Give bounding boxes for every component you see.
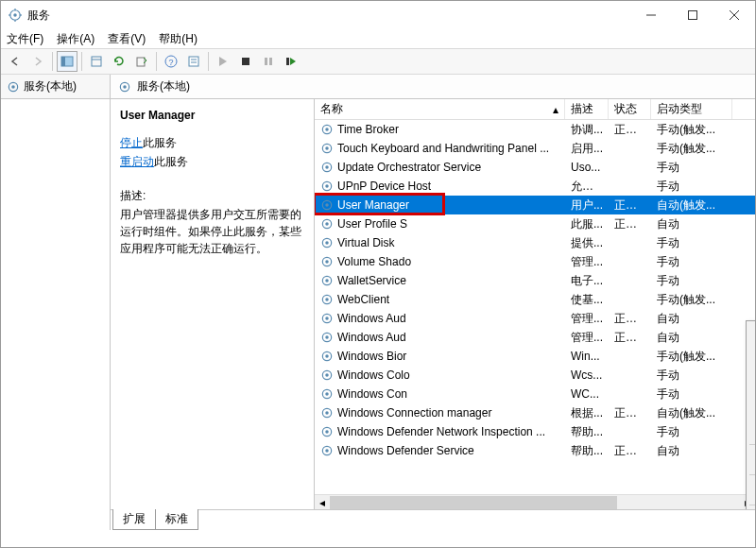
help-button[interactable]: ? [161,51,181,72]
maximize-button[interactable] [672,1,713,29]
service-startup: 手动(触发... [651,349,732,365]
svg-point-29 [325,128,329,131]
scroll-thumb[interactable] [330,496,617,509]
export-list-button[interactable] [86,51,107,72]
svg-point-47 [325,298,329,301]
service-row[interactable]: Windows ColoWcs...手动 [315,366,755,385]
service-row[interactable]: Windows Defender Network Inspection ...帮… [315,422,755,441]
service-name: User Manager [337,198,409,212]
horizontal-scrollbar[interactable]: ◂ ▸ [315,494,755,509]
service-status: 正在... [609,197,651,214]
gear-icon [320,444,334,457]
restart-link[interactable]: 重启动 [120,155,154,168]
start-button[interactable] [213,51,233,72]
gear-icon [320,293,334,306]
service-startup: 自动 [651,311,732,327]
service-row[interactable]: Windows Aud管理...正在...自动 [315,328,755,347]
svg-point-49 [325,317,329,320]
service-desc: 提供... [565,235,609,251]
forward-button[interactable] [27,51,48,72]
service-row[interactable]: Windows BiorWin...手动(触发... [315,347,755,366]
app-gear-icon [9,9,22,22]
service-row[interactable]: Volume Shado管理...手动 [315,252,755,271]
service-name: Windows Aud [337,331,406,344]
list-pane: 名称▴ 描述 状态 启动类型 Time Broker协调...正在...手动(触… [315,99,755,509]
menu-help[interactable]: 帮助(H) [159,31,198,47]
svg-point-31 [325,146,329,150]
menu-view[interactable]: 查看(V) [108,31,146,47]
service-row[interactable]: Windows ConWC...手动 [315,385,755,403]
service-desc: 允许 ... [565,179,609,195]
service-name: Volume Shado [337,255,411,268]
service-name: User Profile S [337,217,407,231]
gear-icon [320,180,334,193]
col-desc[interactable]: 描述 [565,99,609,119]
sort-caret-icon: ▴ [553,103,558,116]
close-button[interactable] [713,1,755,29]
export-button[interactable] [131,51,152,72]
svg-rect-12 [92,57,101,66]
ctx-restart[interactable]: 重新启动(E) [748,418,755,441]
restart-button[interactable] [281,51,301,72]
gear-icon [320,255,334,268]
service-row[interactable]: UPnP Device Host允许 ...手动 [315,177,755,196]
svg-rect-11 [61,57,65,66]
service-name: Touch Keyboard and Handwriting Panel ... [337,142,549,155]
service-name: Update Orchestrator Service [337,161,481,174]
ctx-all-tasks[interactable]: 所有任务(K)▶ [748,448,755,471]
gear-icon [7,80,20,94]
svg-point-39 [325,222,329,226]
service-desc: 启用... [565,141,609,157]
back-button[interactable] [5,51,26,72]
stop-link[interactable]: 停止 [120,136,143,149]
minimize-button[interactable] [630,1,672,29]
service-row[interactable]: Virtual Disk提供...手动 [315,233,755,252]
service-row[interactable]: Windows Connection manager根据...正在...自动(触… [315,403,755,422]
service-row[interactable]: User Manager用户...正在...自动(触发... [315,196,755,214]
service-row[interactable]: Update Orchestrator ServiceUso...手动 [315,158,755,177]
service-startup: 手动 [651,386,732,402]
pause-button[interactable] [258,51,279,72]
menu-file[interactable]: 文件(F) [7,31,43,47]
service-row[interactable]: User Profile S此服...正在...自动 [315,214,755,233]
service-desc: 此服... [565,216,609,232]
menu-action[interactable]: 操作(A) [57,31,94,47]
service-row[interactable]: Windows Defender Service帮助...正在...自动 [315,441,755,460]
toggle-pane-button[interactable] [57,51,77,72]
tree-root[interactable]: 服务(本地) [1,75,110,99]
svg-rect-20 [242,58,249,65]
ctx-refresh[interactable]: 刷新(F) [748,478,755,502]
tab-standard[interactable]: 标准 [155,509,198,530]
titlebar: 服务 [1,1,755,29]
col-name[interactable]: 名称▴ [315,99,565,119]
col-status[interactable]: 状态 [609,99,651,119]
service-row[interactable]: WebClient使基...手动(触发... [315,290,755,309]
stop-button[interactable] [235,51,256,72]
service-desc: Wcs... [565,368,609,382]
svg-rect-22 [269,58,272,65]
ctx-start: 启动(S) [748,323,755,347]
svg-rect-14 [137,58,145,66]
tab-extended[interactable]: 扩展 [112,509,156,530]
service-desc: 帮助... [565,443,609,459]
toolbar: ? [1,48,755,75]
service-row[interactable]: WalletService电子...手动 [315,271,755,290]
refresh-button[interactable] [109,51,129,72]
ctx-properties[interactable]: 属性(R) [748,508,755,509]
desc-text: 用户管理器提供多用户交互所需要的运行时组件。如果停止此服务，某些应用程序可能无法… [120,206,304,257]
service-row[interactable]: Windows Aud管理...正在...自动 [315,309,755,328]
svg-point-45 [325,279,329,283]
ctx-stop[interactable]: 停止(O) [748,347,755,370]
col-startup[interactable]: 启动类型 [651,99,732,119]
service-row[interactable]: Time Broker协调...正在...手动(触发... [315,120,755,139]
service-status: 正在... [609,216,651,232]
service-startup: 手动 [651,160,732,176]
scroll-left-icon[interactable]: ◂ [315,496,330,509]
service-startup: 手动 [651,254,732,270]
service-name: WalletService [337,274,406,287]
properties-button[interactable] [183,51,204,72]
service-startup: 自动(触发... [651,405,732,421]
service-row[interactable]: Touch Keyboard and Handwriting Panel ...… [315,139,755,158]
service-name: Windows Aud [337,312,406,325]
service-startup: 手动(触发... [651,141,732,157]
